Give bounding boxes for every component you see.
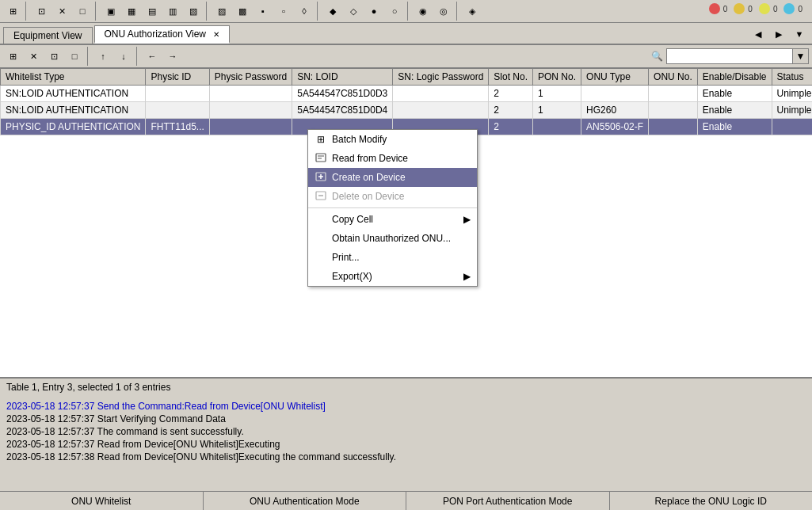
col-sn-loid: SN: LOID (292, 69, 393, 86)
cell-sn-logic-1 (393, 86, 489, 102)
action-btn-7[interactable]: ← (143, 47, 162, 66)
action-btn-3[interactable]: ⊡ (44, 47, 63, 66)
ctx-read-from-device[interactable]: Read from Device (308, 149, 477, 168)
search-box: 🔍 ▼ (651, 48, 809, 64)
cell-slot-3: 2 (489, 119, 533, 135)
col-whitelist-type: Whitelist Type (1, 69, 146, 86)
cell-status-2: Unimplemented (772, 102, 812, 119)
cell-pon-2: 1 (533, 102, 581, 119)
cell-whitelist-type-3: PHYSIC_ID AUTHENTICATION (1, 119, 146, 135)
top-toolbar: ⊞ ⊡ ✕ □ ▣ ▦ ▤ ▥ ▧ ▨ ▩ ▪ ▫ ◊ ◆ ◇ ● ○ ◉ ◎ … (0, 0, 812, 23)
ctx-obtain-unauthorized[interactable]: Obtain Unauthorized ONU... (308, 229, 477, 248)
tab-close-icon[interactable]: ✕ (213, 30, 219, 39)
tb-separator-4 (317, 2, 320, 21)
tab-nav-menu[interactable]: ▼ (790, 25, 809, 44)
tb-btn-9[interactable]: ▧ (184, 2, 203, 21)
action-btn-4[interactable]: □ (65, 47, 84, 66)
ctx-print[interactable]: Print... (308, 248, 477, 267)
tl-yellow-label: 0 (773, 5, 778, 13)
log-line-2: 2023-05-18 12:57:37 Start Verifying Comm… (6, 413, 806, 424)
action-btn-2[interactable]: ✕ (24, 47, 43, 66)
main-content: ⊞ ⊡ ✕ □ ▣ ▦ ▤ ▥ ▧ ▨ ▩ ▪ ▫ ◊ ◆ ◇ ● ○ ◉ ◎ … (0, 0, 812, 491)
bottom-bar: ONU Whitelist ONU Authentication Mode PO… (0, 491, 812, 510)
svg-rect-0 (316, 154, 326, 162)
action-btn-5[interactable]: ↑ (93, 47, 112, 66)
table-header-row: Whitelist Type Physic ID Physic Password… (1, 69, 813, 86)
traffic-lights: 0 0 0 0 (709, 3, 806, 14)
tb-separator-5 (407, 2, 410, 21)
log-area: 2023-05-18 12:57:37 Send the Command:Rea… (0, 396, 812, 491)
table-row[interactable]: SN:LOID AUTHENTICATION 5A544547C851D0D4 … (1, 102, 813, 119)
ctx-copy-cell[interactable]: Copy Cell ▶ (308, 210, 477, 229)
cell-physic-id-1 (146, 86, 209, 102)
cell-whitelist-type-2: SN:LOID AUTHENTICATION (1, 102, 146, 119)
col-pon-no: PON No. (533, 69, 581, 86)
tb-btn-13[interactable]: ▫ (274, 2, 293, 21)
tb-btn-15[interactable]: ◆ (323, 2, 342, 21)
tb-btn-5[interactable]: ▣ (101, 2, 120, 21)
tb-btn-18[interactable]: ○ (385, 2, 404, 21)
cell-physic-password-1 (209, 86, 292, 102)
cell-slot-2: 2 (489, 102, 533, 119)
copy-cell-arrow-icon: ▶ (463, 214, 471, 225)
tb-btn-19[interactable]: ◉ (414, 2, 433, 21)
cell-status-1: Unimplemented (772, 86, 812, 102)
table-row[interactable]: SN:LOID AUTHENTICATION 5A544547C851D0D3 … (1, 86, 813, 102)
log-line-1: 2023-05-18 12:57:37 Send the Command:Rea… (6, 401, 806, 412)
log-line-3: 2023-05-18 12:57:37 The command is sent … (6, 426, 806, 437)
col-physic-id: Physic ID (146, 69, 209, 86)
bottom-tab-onu-auth-mode[interactable]: ONU Authentication Mode (204, 492, 407, 510)
tb-btn-6[interactable]: ▦ (122, 2, 141, 21)
tab-onu-authorization-view[interactable]: ONU Authorization View ✕ (94, 25, 231, 44)
tb-btn-20[interactable]: ◎ (434, 2, 453, 21)
tb-btn-14[interactable]: ◊ (295, 2, 314, 21)
tb-btn-2[interactable]: ⊡ (32, 2, 51, 21)
ctx-batch-modify[interactable]: ⊞ Batch Modify (308, 130, 477, 149)
tb-btn-16[interactable]: ◇ (344, 2, 363, 21)
cell-enable-1: Enable (697, 86, 772, 102)
tb-btn-1[interactable]: ⊞ (3, 2, 22, 21)
cell-onu-type-3: AN5506-02-F (581, 119, 649, 135)
action-btn-6[interactable]: ↓ (114, 47, 133, 66)
tb-btn-12[interactable]: ▪ (254, 2, 273, 21)
obtain-unauthorized-icon (315, 232, 327, 245)
bottom-tab-pon-port-auth[interactable]: PON Port Authentication Mode (406, 492, 610, 510)
tl-yellow (759, 3, 770, 14)
ctx-create-on-device[interactable]: Create on Device (308, 168, 477, 187)
bottom-tab-onu-whitelist[interactable]: ONU Whitelist (0, 492, 204, 510)
tb-btn-10[interactable]: ▨ (212, 2, 231, 21)
tab-equipment-view[interactable]: Equipment View (3, 27, 93, 44)
action-btn-1[interactable]: ⊞ (3, 47, 22, 66)
tab-equipment-view-label: Equipment View (13, 30, 82, 41)
print-icon (315, 251, 327, 264)
tb-btn-3[interactable]: ✕ (52, 2, 71, 21)
tb-btn-11[interactable]: ▩ (233, 2, 252, 21)
tb-btn-4[interactable]: □ (73, 2, 92, 21)
cell-physic-id-3: FHTT11d5... (146, 119, 209, 135)
tab-nav-right[interactable]: ▶ (769, 25, 788, 44)
ctx-export[interactable]: Export(X) ▶ (308, 267, 477, 286)
search-dropdown[interactable]: ▼ (793, 48, 809, 64)
tb-btn-21[interactable]: ◈ (463, 2, 482, 21)
action-btn-8[interactable]: → (163, 47, 182, 66)
bottom-tab-replace-onu-logic[interactable]: Replace the ONU Logic ID (610, 492, 813, 510)
bottom-tab-onu-whitelist-label: ONU Whitelist (71, 496, 131, 507)
col-onu-type: ONU Type (581, 69, 649, 86)
log-line-5: 2023-05-18 12:57:38 Read from Device[ONU… (6, 451, 806, 462)
cell-physic-id-2 (146, 102, 209, 119)
col-sn-logic-password: SN: Logic Password (393, 69, 489, 86)
tab-nav-left[interactable]: ◀ (749, 25, 768, 44)
tb-separator-2 (95, 2, 98, 21)
tb-btn-8[interactable]: ▥ (163, 2, 182, 21)
table-status: Table 1, Entry 3, selected 1 of 3 entrie… (0, 378, 812, 396)
ctx-obtain-unauthorized-label: Obtain Unauthorized ONU... (332, 233, 451, 244)
cell-pon-1: 1 (533, 86, 581, 102)
search-input[interactable] (666, 48, 793, 64)
tb-btn-17[interactable]: ● (364, 2, 383, 21)
export-icon (315, 270, 327, 283)
tb-btn-7[interactable]: ▤ (143, 2, 162, 21)
tb-separator-6 (456, 2, 459, 21)
tb-separator-1 (25, 2, 29, 21)
ctx-batch-modify-label: Batch Modify (332, 134, 387, 145)
tl-blue (783, 3, 795, 14)
